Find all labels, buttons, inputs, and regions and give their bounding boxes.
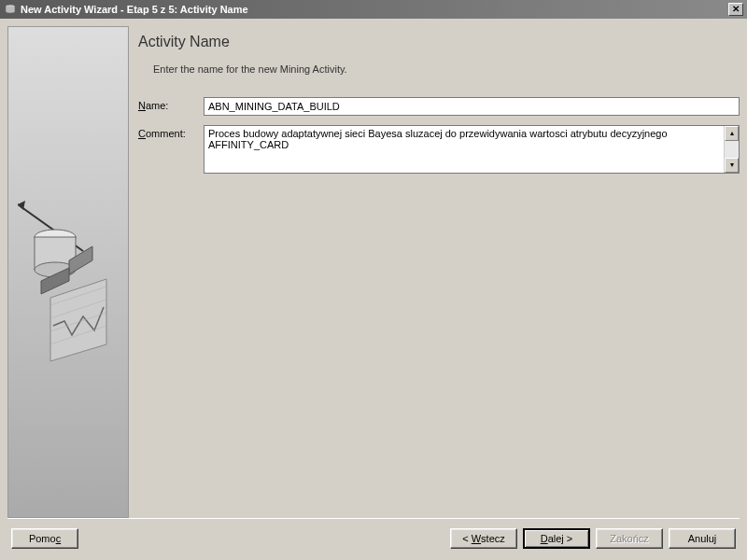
next-button[interactable]: Dalej > <box>523 528 590 549</box>
app-icon <box>4 3 17 16</box>
close-button[interactable]: ✕ <box>728 3 743 16</box>
wizard-graphic <box>18 195 120 363</box>
button-bar: Pomoc < Wstecz Dalej > Zakończ Anuluj <box>0 519 747 560</box>
main-panel: Activity Name Enter the name for the new… <box>138 26 740 518</box>
name-row: Name: <box>138 97 740 116</box>
comment-input[interactable] <box>204 126 724 173</box>
page-heading: Activity Name <box>138 34 740 50</box>
window-title: New Activity Wizard - Etap 5 z 5: Activi… <box>21 4 728 15</box>
scroll-up-button[interactable]: ▴ <box>725 126 739 141</box>
comment-row: Comment: ▴ ▾ <box>138 125 740 174</box>
help-button[interactable]: Pomoc <box>11 528 78 549</box>
cancel-button[interactable]: Anuluj <box>669 528 736 549</box>
scroll-down-button[interactable]: ▾ <box>725 158 739 173</box>
name-input[interactable] <box>204 97 740 116</box>
page-subheading: Enter the name for the new Mining Activi… <box>153 63 740 75</box>
comment-field-wrap: ▴ ▾ <box>204 125 740 174</box>
comment-label: Comment: <box>138 125 204 139</box>
comment-scrollbar: ▴ ▾ <box>724 126 739 173</box>
wizard-sidebar <box>7 26 129 518</box>
finish-button: Zakończ <box>596 528 663 549</box>
name-label: Name: <box>138 97 204 111</box>
content-area: Activity Name Enter the name for the new… <box>0 19 747 518</box>
titlebar: New Activity Wizard - Etap 5 z 5: Activi… <box>0 0 747 19</box>
back-button[interactable]: < Wstecz <box>450 528 517 549</box>
